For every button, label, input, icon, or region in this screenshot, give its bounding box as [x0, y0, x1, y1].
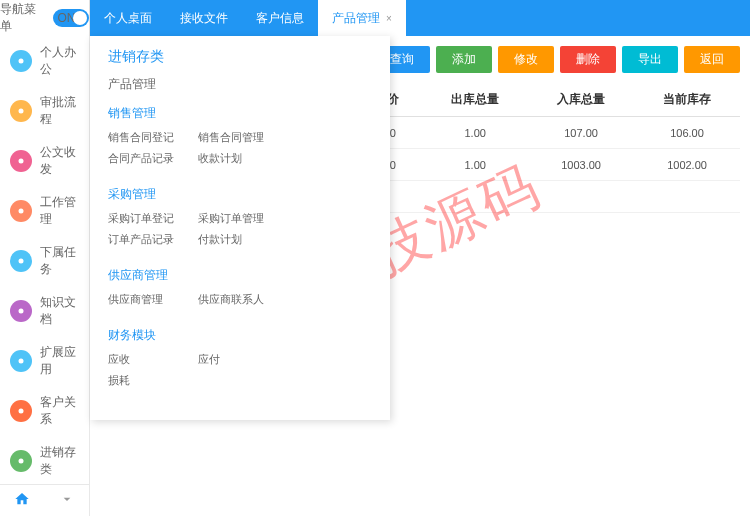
sidebar-label: 扩展应用 — [40, 344, 79, 378]
sidebar-label: 公文收发 — [40, 144, 79, 178]
nav-toggle[interactable]: 导航菜单 ON — [0, 0, 90, 36]
sidebar-item-3[interactable]: 工作管理 — [0, 186, 89, 236]
sidebar-label: 客户关系 — [40, 394, 79, 428]
sidebar-item-0[interactable]: 个人办公 — [0, 36, 89, 86]
dropdown-section-title: 供应商管理 — [108, 267, 372, 284]
table-cell: 106.00 — [634, 117, 740, 149]
dropdown-section-title: 财务模块 — [108, 327, 372, 344]
tab-close-icon[interactable]: × — [386, 13, 392, 24]
sidebar-icon — [10, 400, 32, 422]
dropdown-link[interactable]: 订单产品记录 — [108, 232, 198, 247]
sidebar-icon — [10, 50, 32, 72]
table-cell: 107.00 — [528, 117, 634, 149]
table-header: 入库总量 — [528, 83, 634, 117]
sidebar-item-4[interactable]: 下属任务 — [0, 236, 89, 286]
dropdown-link[interactable]: 销售合同管理 — [198, 130, 288, 145]
dropdown-link[interactable]: 应收 — [108, 352, 198, 367]
tab-3[interactable]: 产品管理× — [318, 0, 406, 36]
top-bar: 导航菜单 ON 个人桌面接收文件客户信息产品管理× — [0, 0, 750, 36]
sidebar-label: 下属任务 — [40, 244, 79, 278]
sidebar-label: 个人办公 — [40, 44, 79, 78]
dropdown-link[interactable]: 供应商管理 — [108, 292, 198, 307]
sidebar-item-6[interactable]: 扩展应用 — [0, 336, 89, 386]
dropdown-title: 进销存类 — [108, 48, 372, 66]
table-header: 出库总量 — [422, 83, 528, 117]
toggle-switch[interactable]: ON — [53, 9, 89, 27]
dropdown-section-title: 采购管理 — [108, 186, 372, 203]
table-cell: 1.00 — [422, 117, 528, 149]
sidebar-label: 进销存类 — [40, 444, 79, 478]
btn-导出[interactable]: 导出 — [622, 46, 678, 73]
sidebar-label: 知识文档 — [40, 294, 79, 328]
svg-point-8 — [19, 459, 24, 464]
sidebar-icon — [10, 150, 32, 172]
tab-2[interactable]: 客户信息 — [242, 0, 318, 36]
dropdown-section-title: 销售管理 — [108, 105, 372, 122]
down-icon[interactable] — [59, 491, 75, 510]
sidebar-item-1[interactable]: 审批流程 — [0, 86, 89, 136]
btn-返回[interactable]: 返回 — [684, 46, 740, 73]
tab-1[interactable]: 接收文件 — [166, 0, 242, 36]
tab-0[interactable]: 个人桌面 — [90, 0, 166, 36]
dropdown-link[interactable]: 合同产品记录 — [108, 151, 198, 166]
sidebar-label: 工作管理 — [40, 194, 79, 228]
table-header: 当前库存 — [634, 83, 740, 117]
svg-point-4 — [19, 259, 24, 264]
dropdown-link[interactable]: 供应商联系人 — [198, 292, 288, 307]
dropdown-link[interactable]: 销售合同登记 — [108, 130, 198, 145]
svg-point-0 — [19, 59, 24, 64]
svg-point-3 — [19, 209, 24, 214]
svg-point-6 — [19, 359, 24, 364]
svg-point-2 — [19, 159, 24, 164]
sidebar-icon — [10, 100, 32, 122]
mega-dropdown: 进销存类 产品管理 销售管理销售合同登记销售合同管理合同产品记录收款计划采购管理… — [90, 36, 390, 420]
svg-point-1 — [19, 109, 24, 114]
table-cell: 1.00 — [422, 149, 528, 181]
sidebar-icon — [10, 450, 32, 472]
dropdown-link[interactable]: 付款计划 — [198, 232, 288, 247]
sidebar-label: 审批流程 — [40, 94, 79, 128]
home-icon[interactable] — [14, 491, 30, 510]
sidebar-icon — [10, 300, 32, 322]
sidebar-item-5[interactable]: 知识文档 — [0, 286, 89, 336]
btn-修改[interactable]: 修改 — [498, 46, 554, 73]
sidebar-item-7[interactable]: 客户关系 — [0, 386, 89, 436]
dropdown-link[interactable]: 应付 — [198, 352, 288, 367]
svg-point-5 — [19, 309, 24, 314]
sidebar-item-8[interactable]: 进销存类 — [0, 436, 89, 484]
nav-toggle-label: 导航菜单 — [0, 1, 47, 35]
sidebar-footer — [0, 484, 89, 516]
dropdown-link[interactable]: 采购订单管理 — [198, 211, 288, 226]
sidebar-icon — [10, 250, 32, 272]
sidebar-icon — [10, 350, 32, 372]
table-cell: 1002.00 — [634, 149, 740, 181]
sidebar-item-2[interactable]: 公文收发 — [0, 136, 89, 186]
dropdown-link[interactable]: 损耗 — [108, 373, 198, 388]
sidebar: 个人办公审批流程公文收发工作管理下属任务知识文档扩展应用客户关系进销存类项目管理… — [0, 36, 90, 516]
btn-添加[interactable]: 添加 — [436, 46, 492, 73]
dropdown-link[interactable]: 收款计划 — [198, 151, 288, 166]
svg-point-7 — [19, 409, 24, 414]
table-cell: 1003.00 — [528, 149, 634, 181]
dropdown-subtitle[interactable]: 产品管理 — [108, 76, 372, 93]
tab-bar: 个人桌面接收文件客户信息产品管理× — [90, 0, 406, 36]
dropdown-link[interactable]: 采购订单登记 — [108, 211, 198, 226]
btn-删除[interactable]: 删除 — [560, 46, 616, 73]
sidebar-icon — [10, 200, 32, 222]
